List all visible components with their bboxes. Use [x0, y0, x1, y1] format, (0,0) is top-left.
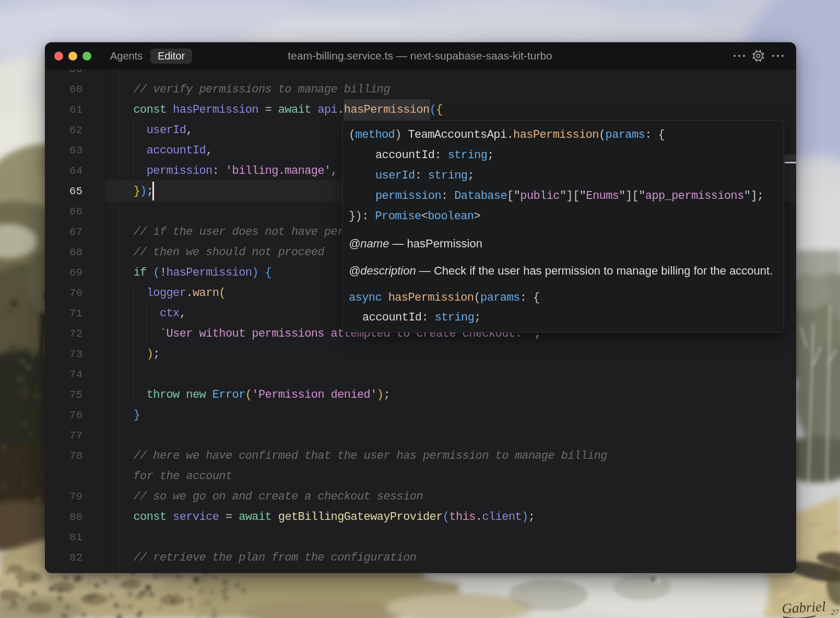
svg-text:27: 27 — [831, 608, 840, 616]
svg-text:Gabriel: Gabriel — [782, 599, 826, 616]
